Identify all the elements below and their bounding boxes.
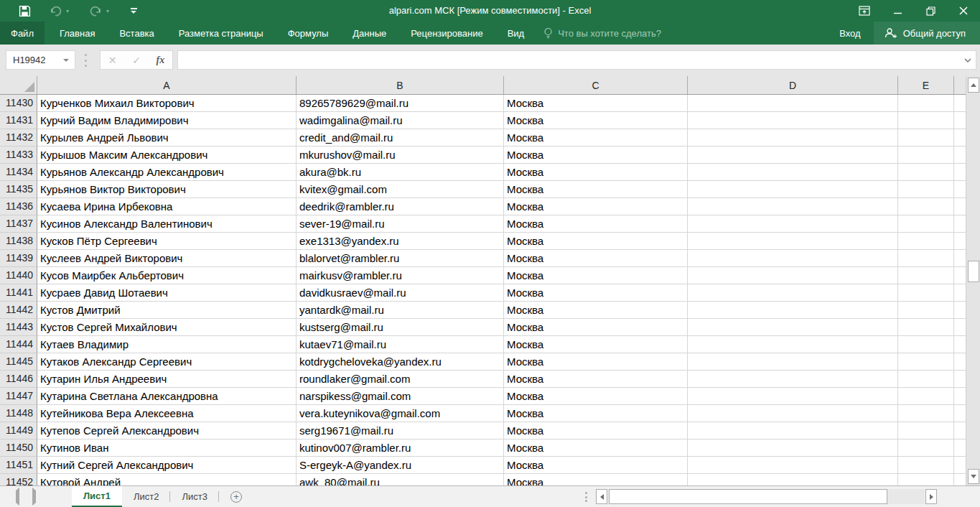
cell-empty-d[interactable] — [688, 439, 898, 457]
row-header[interactable]: 11445 — [0, 353, 37, 371]
column-header-B[interactable]: B — [297, 76, 504, 94]
ribbon-tab-8[interactable]: Вид — [495, 22, 537, 45]
cell-name[interactable]: Курьянов Виктор Викторович — [37, 181, 297, 198]
cell-name[interactable]: Курылев Андрей Львович — [37, 129, 297, 146]
insert-function-icon[interactable]: fx — [149, 55, 172, 66]
share-button[interactable]: Общий доступ — [874, 22, 980, 45]
sign-in-button[interactable]: Вход — [826, 22, 873, 45]
cell-name[interactable]: Кутарин Илья Андреевич — [37, 371, 297, 388]
cell-empty-e[interactable] — [898, 95, 954, 112]
cell-empty-e[interactable] — [898, 146, 954, 164]
row-header[interactable]: 11444 — [0, 336, 37, 353]
cell-city[interactable]: Москва — [504, 302, 688, 319]
cell-name[interactable]: Кусаева Ирина Ирбековна — [37, 198, 297, 215]
cell-empty-e[interactable] — [898, 233, 954, 250]
cell-email[interactable]: kutaev71@mail.ru — [297, 336, 504, 353]
cell-empty-e[interactable] — [898, 439, 954, 457]
cell-city[interactable]: Москва — [504, 371, 688, 388]
cell-name[interactable]: Кусов Маирбек Альбертович — [37, 267, 297, 284]
tab-scrollbar-splitter[interactable] — [585, 492, 588, 502]
cell-empty-f[interactable] — [954, 233, 966, 250]
cell-email[interactable]: 89265789629@mail.ru — [297, 95, 504, 112]
row-header[interactable]: 11447 — [0, 388, 37, 405]
cell-email[interactable]: exe1313@yandex.ru — [297, 233, 504, 250]
close-icon[interactable] — [947, 0, 980, 22]
cell-empty-f[interactable] — [954, 284, 966, 302]
enter-icon[interactable]: ✓ — [124, 55, 148, 66]
cell-empty-d[interactable] — [688, 198, 898, 215]
cell-city[interactable]: Москва — [504, 405, 688, 422]
name-box-dropdown-icon[interactable] — [63, 59, 69, 62]
cell-email[interactable]: kotdrygcheloveka@yandex.ru — [297, 353, 504, 371]
row-header[interactable]: 11450 — [0, 439, 37, 457]
row-header[interactable]: 11452 — [0, 474, 37, 485]
cell-empty-d[interactable] — [688, 95, 898, 112]
row-header[interactable]: 11443 — [0, 319, 37, 336]
cell-city[interactable]: Москва — [504, 112, 688, 129]
cell-empty-f[interactable] — [954, 112, 966, 129]
cell-name[interactable]: Кутепов Сергей Александрович — [37, 422, 297, 439]
cell-name[interactable]: Курышов Максим Александрович — [37, 146, 297, 164]
cell-name[interactable]: Кутарина Светлана Александровна — [37, 388, 297, 405]
ribbon-tab-6[interactable]: Данные — [340, 22, 398, 45]
cell-empty-f[interactable] — [954, 422, 966, 439]
cell-city[interactable]: Москва — [504, 439, 688, 457]
redo-icon[interactable] — [88, 0, 103, 22]
cell-email[interactable]: kvitex@gmail.com — [297, 181, 504, 198]
cell-name[interactable]: Курьянов Александр Александрович — [37, 164, 297, 181]
cell-empty-d[interactable] — [688, 112, 898, 129]
ribbon-tab-3[interactable]: Вставка — [107, 22, 166, 45]
row-header[interactable]: 11449 — [0, 422, 37, 439]
cell-email[interactable]: awk_80@mail.ru — [297, 474, 504, 485]
horizontal-scrollbar-thumb[interactable] — [609, 489, 887, 504]
cell-empty-f[interactable] — [954, 302, 966, 319]
cell-email[interactable]: yantardk@mail.ru — [297, 302, 504, 319]
ribbon-tab-1[interactable]: Файл — [0, 22, 45, 45]
column-header-E[interactable]: E — [898, 76, 954, 94]
cell-empty-e[interactable] — [898, 164, 954, 181]
redo-dropdown-icon[interactable]: ▾ — [103, 0, 112, 22]
row-header[interactable]: 11441 — [0, 284, 37, 302]
cell-empty-d[interactable] — [688, 319, 898, 336]
cell-empty-e[interactable] — [898, 112, 954, 129]
cell-empty-f[interactable] — [954, 146, 966, 164]
cell-name[interactable]: Кутаков Александр Сергеевич — [37, 353, 297, 371]
cell-empty-d[interactable] — [688, 164, 898, 181]
row-header[interactable]: 11431 — [0, 112, 37, 129]
cell-city[interactable]: Москва — [504, 422, 688, 439]
cell-empty-d[interactable] — [688, 146, 898, 164]
row-header[interactable]: 11433 — [0, 146, 37, 164]
cell-empty-d[interactable] — [688, 353, 898, 371]
cell-email[interactable]: davidkusraev@mail.ru — [297, 284, 504, 302]
cell-empty-f[interactable] — [954, 95, 966, 112]
column-header-A[interactable]: A — [37, 76, 297, 94]
undo-icon[interactable] — [47, 0, 63, 22]
row-header[interactable]: 11435 — [0, 181, 37, 198]
sheet-tab-Лист1[interactable]: Лист1 — [72, 486, 122, 507]
cell-empty-e[interactable] — [898, 405, 954, 422]
cell-empty-e[interactable] — [898, 181, 954, 198]
cell-empty-d[interactable] — [688, 250, 898, 267]
cell-email[interactable]: blalorvet@rambler.ru — [297, 250, 504, 267]
cell-empty-d[interactable] — [688, 215, 898, 233]
ribbon-tab-2[interactable]: Главная — [47, 22, 107, 45]
ribbon-tab-4[interactable]: Разметка страницы — [167, 22, 276, 45]
cell-city[interactable]: Москва — [504, 250, 688, 267]
cell-city[interactable]: Москва — [504, 164, 688, 181]
scroll-left-icon[interactable] — [596, 489, 607, 504]
cell-name[interactable]: Курчий Вадим Владимирович — [37, 112, 297, 129]
ribbon-tab-5[interactable]: Формулы — [276, 22, 341, 45]
row-header[interactable]: 11451 — [0, 457, 37, 474]
cell-city[interactable]: Москва — [504, 146, 688, 164]
previous-sheet-icon[interactable] — [16, 490, 19, 503]
row-header[interactable]: 11437 — [0, 215, 37, 233]
cell-empty-f[interactable] — [954, 267, 966, 284]
cell-city[interactable]: Москва — [504, 233, 688, 250]
cell-name[interactable]: Кустов Сергей Михайлович — [37, 319, 297, 336]
cell-email[interactable]: serg19671@mail.ru — [297, 422, 504, 439]
cell-city[interactable]: Москва — [504, 267, 688, 284]
cell-email[interactable]: narspikess@gmail.com — [297, 388, 504, 405]
cell-email[interactable]: wadimgalina@mail.ru — [297, 112, 504, 129]
cell-empty-e[interactable] — [898, 336, 954, 353]
scroll-down-icon[interactable] — [968, 469, 979, 484]
